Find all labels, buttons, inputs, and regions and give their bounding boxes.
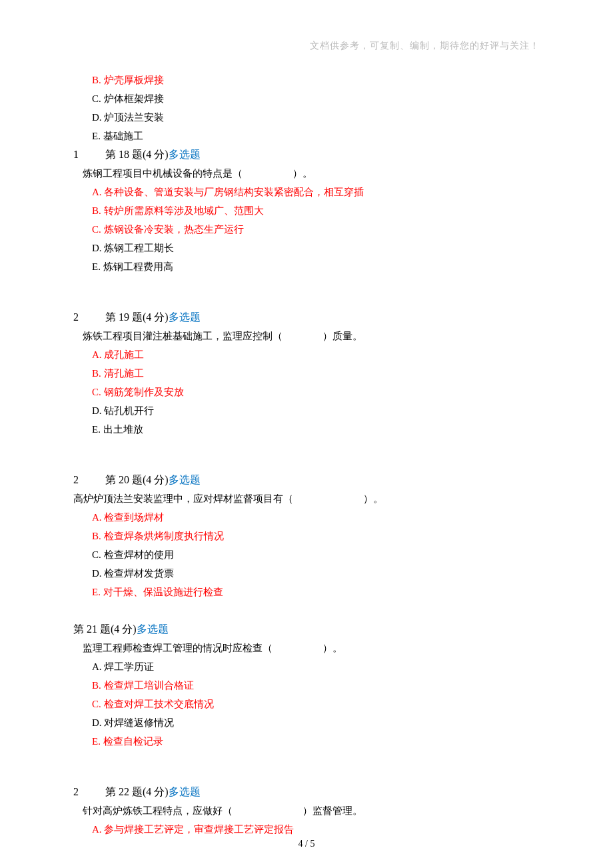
- option-text: 炉体框架焊接: [104, 93, 164, 104]
- question-title: 2第 19 题(4 分)多选题: [73, 308, 540, 327]
- question-title: 1第 18 题(4 分)多选题: [73, 145, 540, 164]
- option-text: 检查到场焊材: [104, 512, 164, 523]
- option-text: 对焊缝返修情况: [104, 717, 174, 728]
- question-prefix-number: 1: [73, 145, 105, 164]
- option-key: D.: [92, 243, 104, 253]
- question-label: 第 21 题(4 分): [73, 623, 137, 635]
- option-text: 清孔施工: [104, 368, 144, 379]
- option-key: D.: [92, 568, 104, 579]
- option-key: B.: [92, 75, 104, 85]
- option-text: 焊工学历证: [104, 661, 154, 672]
- option-key: D.: [92, 405, 104, 416]
- answer-option: D. 检查焊材发货票: [73, 564, 540, 583]
- option-key: C.: [92, 93, 104, 104]
- question-title: 2第 22 题(4 分)多选题: [73, 783, 540, 801]
- question-stem: 高炉炉顶法兰安装监理中，应对焊材监督项目有（ ）。: [73, 489, 540, 508]
- answer-option: B. 转炉所需原料等涉及地域广、范围大: [73, 201, 540, 220]
- option-text: 钻孔机开行: [104, 405, 154, 416]
- question-block: 第 21 题(4 分)多选题监理工程师检查焊工管理的情况时应检查（ ）。A. 焊…: [73, 620, 540, 751]
- answer-option: B. 检查焊工培训合格证: [73, 676, 540, 695]
- answer-option: B. 清孔施工: [73, 364, 540, 383]
- option-key: B.: [92, 680, 104, 691]
- answer-option: E. 对干燥、保温设施进行检查: [73, 583, 540, 601]
- answer-option: A. 参与焊接工艺评定，审查焊接工艺评定报告: [73, 820, 540, 839]
- questions-list: 1第 18 题(4 分)多选题炼钢工程项目中机械设备的特点是（ ）。A. 各种设…: [73, 145, 540, 839]
- option-key: E.: [92, 424, 103, 435]
- option-text: 检查焊材发货票: [104, 568, 174, 579]
- page: 文档供参考，可复制、编制，期待您的好评与关注！ B. 炉壳厚板焊接C. 炉体框架…: [0, 0, 613, 868]
- answer-option: A. 成孔施工: [73, 345, 540, 364]
- option-text: 出土堆放: [103, 424, 143, 435]
- option-text: 炼钢工程费用高: [103, 261, 173, 272]
- option-key: E.: [92, 131, 103, 141]
- option-key: C.: [92, 224, 104, 235]
- option-text: 炼钢设备冷安装，热态生产运行: [104, 224, 244, 235]
- option-key: C.: [92, 387, 104, 397]
- answer-option: D. 炉顶法兰安装: [73, 108, 540, 127]
- answer-option: E. 炼钢工程费用高: [73, 257, 540, 276]
- option-text: 钢筋笼制作及安放: [104, 387, 184, 397]
- option-text: 检查焊工培训合格证: [104, 680, 194, 691]
- answer-option: A. 各种设备、管道安装与厂房钢结构安装紧密配合，相互穿插: [73, 183, 540, 201]
- option-key: A.: [92, 187, 104, 197]
- question-label: 第 19 题(4 分): [105, 311, 169, 323]
- answer-option: D. 钻孔机开行: [73, 401, 540, 420]
- answer-option: C. 炉体框架焊接: [73, 89, 540, 108]
- answer-option: E. 基础施工: [73, 127, 540, 145]
- answer-option: E. 出土堆放: [73, 420, 540, 439]
- option-key: B.: [92, 531, 104, 541]
- question-prefix-number: 2: [73, 783, 105, 801]
- question-block: 1第 18 题(4 分)多选题炼钢工程项目中机械设备的特点是（ ）。A. 各种设…: [73, 145, 540, 276]
- answer-option: B. 炉壳厚板焊接: [73, 71, 540, 89]
- question-stem: 炼钢工程项目中机械设备的特点是（ ）。: [73, 164, 540, 183]
- option-text: 检查焊材的使用: [104, 549, 174, 560]
- option-key: B.: [92, 205, 104, 216]
- option-text: 炉壳厚板焊接: [104, 75, 164, 85]
- question-type: 多选题: [137, 623, 169, 635]
- option-key: C.: [92, 699, 104, 709]
- option-text: 基础施工: [103, 131, 143, 141]
- option-key: A.: [92, 824, 104, 835]
- option-key: B.: [92, 368, 104, 379]
- question-title: 2第 20 题(4 分)多选题: [73, 471, 540, 489]
- question-stem: 炼铁工程项目灌注桩基础施工，监理应控制（ ）质量。: [73, 327, 540, 345]
- option-key: D.: [92, 717, 104, 728]
- option-text: 对干燥、保温设施进行检查: [103, 587, 223, 597]
- answer-option: B. 检查焊条烘烤制度执行情况: [73, 527, 540, 545]
- question-type: 多选题: [169, 149, 201, 160]
- answer-option: D. 炼钢工程工期长: [73, 239, 540, 257]
- question-stem: 针对高炉炼铁工程特点，应做好（ ）监督管理。: [73, 801, 540, 820]
- option-key: A.: [92, 512, 104, 523]
- question-prefix-number: 2: [73, 471, 105, 489]
- question-stem: 监理工程师检查焊工管理的情况时应检查（ ）。: [73, 639, 540, 657]
- option-key: A.: [92, 661, 104, 672]
- question-label: 第 22 题(4 分): [105, 786, 169, 797]
- question-label: 第 20 题(4 分): [105, 474, 169, 485]
- option-key: E.: [92, 261, 103, 272]
- option-text: 炼钢工程工期长: [104, 243, 174, 253]
- question-block: 2第 20 题(4 分)多选题高炉炉顶法兰安装监理中，应对焊材监督项目有（ ）。…: [73, 471, 540, 601]
- answer-option: A. 焊工学历证: [73, 657, 540, 676]
- option-key: E.: [92, 587, 103, 597]
- answer-option: C. 钢筋笼制作及安放: [73, 383, 540, 401]
- header-watermark: 文档供参考，可复制、编制，期待您的好评与关注！: [73, 40, 540, 52]
- question-title: 第 21 题(4 分)多选题: [73, 620, 540, 639]
- option-key: C.: [92, 549, 104, 560]
- question-17-tail: B. 炉壳厚板焊接C. 炉体框架焊接D. 炉顶法兰安装E. 基础施工: [73, 71, 540, 145]
- option-key: A.: [92, 349, 104, 360]
- option-text: 检查对焊工技术交底情况: [104, 699, 214, 709]
- question-label: 第 18 题(4 分): [105, 149, 169, 160]
- answer-option: C. 检查焊材的使用: [73, 545, 540, 564]
- option-text: 成孔施工: [104, 349, 144, 360]
- question-block: 2第 22 题(4 分)多选题针对高炉炼铁工程特点，应做好（ ）监督管理。A. …: [73, 783, 540, 839]
- option-text: 检查自检记录: [103, 736, 163, 747]
- option-text: 炉顶法兰安装: [104, 112, 164, 123]
- question-type: 多选题: [169, 786, 201, 797]
- answer-option: C. 炼钢设备冷安装，热态生产运行: [73, 220, 540, 239]
- option-key: E.: [92, 736, 103, 747]
- question-block: 2第 19 题(4 分)多选题炼铁工程项目灌注桩基础施工，监理应控制（ ）质量。…: [73, 308, 540, 439]
- option-key: D.: [92, 112, 104, 123]
- page-number: 4 / 5: [0, 839, 613, 849]
- question-type: 多选题: [169, 311, 201, 323]
- question-prefix-number: 2: [73, 308, 105, 327]
